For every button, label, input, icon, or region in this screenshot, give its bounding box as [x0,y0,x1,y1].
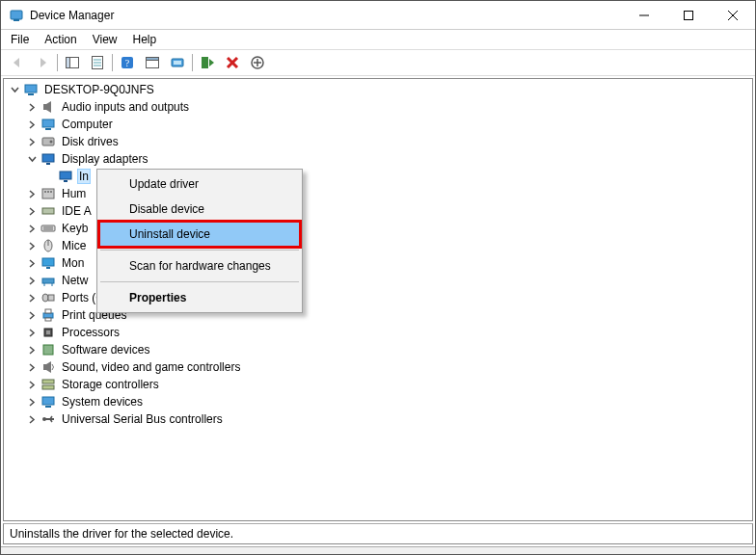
chevron-down-icon[interactable] [8,83,21,96]
tree-item[interactable]: Universal Serial Bus controllers [25,410,752,428]
statusbar-text: Uninstalls the driver for the selected d… [10,527,233,541]
tree-item-label: System devices [60,395,145,409]
chevron-right-icon[interactable] [25,204,39,218]
svg-rect-1 [14,19,19,21]
svg-rect-0 [11,11,22,19]
chevron-right-icon[interactable] [25,360,39,374]
close-button[interactable] [711,1,755,30]
tree-item[interactable]: System devices [25,393,752,410]
menubar: File Action View Help [1,30,755,49]
update-driver-button[interactable] [166,51,189,74]
svg-rect-54 [46,330,50,334]
menu-view[interactable]: View [85,32,125,47]
add-legacy-button[interactable] [246,51,269,74]
ctx-separator [100,281,299,282]
computer-icon [40,117,56,132]
ctx-separator [100,250,299,251]
svg-rect-58 [42,385,54,389]
tree-item-label: Display adapters [60,152,149,166]
monitor-icon [40,255,56,271]
svg-rect-45 [42,278,54,283]
tree-item-label: Sound, video and game controllers [60,360,242,374]
chevron-right-icon[interactable] [25,308,39,322]
svg-rect-31 [60,172,71,179]
properties-button[interactable] [86,51,109,74]
tree-item[interactable]: Display adapters [25,150,752,168]
tree-item-label: Storage controllers [60,378,161,391]
chevron-down-icon[interactable] [25,152,39,166]
chevron-right-icon[interactable] [25,222,39,235]
tree-item-label: Mice [60,239,88,252]
svg-rect-25 [42,119,54,127]
svg-rect-37 [42,208,54,214]
computer-icon [23,82,39,97]
menu-file[interactable]: File [3,32,37,47]
ctx-disable-device[interactable]: Disable device [99,197,300,222]
svg-rect-26 [45,128,51,130]
minimize-button[interactable] [622,1,666,30]
ctx-update-driver[interactable]: Update driver [99,172,300,197]
window-title: Device Manager [30,9,114,22]
chevron-right-icon[interactable] [25,256,39,270]
svg-rect-15 [147,58,159,61]
svg-rect-32 [64,180,68,182]
tree-item[interactable]: Disk drives [25,133,752,150]
show-hide-tree-button[interactable] [61,51,84,74]
menu-help[interactable]: Help [125,32,165,47]
svg-rect-18 [202,57,208,68]
ide-icon [40,203,56,219]
tree-item[interactable]: Audio inputs and outputs [25,98,752,116]
chevron-right-icon[interactable] [25,274,39,287]
forward-button[interactable] [31,51,54,74]
svg-rect-49 [48,295,54,301]
maximize-button[interactable] [666,1,711,30]
chevron-right-icon[interactable] [25,187,39,200]
tree-item-label: Processors [60,326,122,339]
chevron-right-icon[interactable] [25,291,39,304]
chevron-right-icon[interactable] [25,378,39,391]
chevron-right-icon[interactable] [25,135,39,148]
chevron-right-icon[interactable] [25,239,39,252]
svg-rect-55 [43,345,53,355]
ctx-properties[interactable]: Properties [99,285,300,310]
svg-rect-38 [41,225,55,231]
ctx-uninstall-device[interactable]: Uninstall device [99,222,300,247]
svg-rect-17 [174,61,181,65]
tree-item-label: IDE A [60,204,94,218]
svg-rect-30 [46,163,50,165]
scan-hardware-button[interactable] [196,51,219,74]
svg-rect-22 [25,85,37,92]
chevron-right-icon[interactable] [25,326,39,339]
menu-action[interactable]: Action [37,32,84,47]
tree-item[interactable]: Storage controllers [25,376,752,393]
device-tree[interactable]: DESKTOP-9Q0JNFS Audio inputs and outputs… [3,78,753,521]
svg-text:?: ? [125,58,130,68]
tree-item-label: In [77,169,91,184]
software-icon [40,342,56,357]
svg-rect-33 [42,189,54,198]
tree-root-label: DESKTOP-9Q0JNFS [42,83,156,96]
chevron-right-icon[interactable] [25,343,39,357]
action-center-button[interactable] [141,51,164,74]
tree-item[interactable]: Processors [25,324,752,341]
ctx-scan-hardware[interactable]: Scan for hardware changes [99,253,300,278]
svg-rect-60 [45,406,51,408]
svg-point-48 [42,294,48,302]
svg-rect-52 [45,318,51,321]
tree-item-label: Computer [60,118,115,131]
network-icon [40,273,56,288]
chevron-right-icon[interactable] [25,100,39,114]
chevron-right-icon[interactable] [25,395,39,409]
uninstall-device-button[interactable] [221,51,244,74]
tree-root[interactable]: DESKTOP-9Q0JNFS [8,81,752,98]
tree-item[interactable]: Sound, video and game controllers [25,358,752,376]
titlebar: Device Manager [1,1,755,30]
tree-item[interactable]: Computer [25,116,752,133]
tree-item-label: Disk drives [60,135,121,148]
chevron-right-icon[interactable] [25,412,39,426]
back-button[interactable] [6,51,29,74]
display-icon [40,151,56,167]
tree-item[interactable]: Software devices [25,341,752,358]
help-button[interactable]: ? [116,51,139,74]
chevron-right-icon[interactable] [25,118,39,131]
